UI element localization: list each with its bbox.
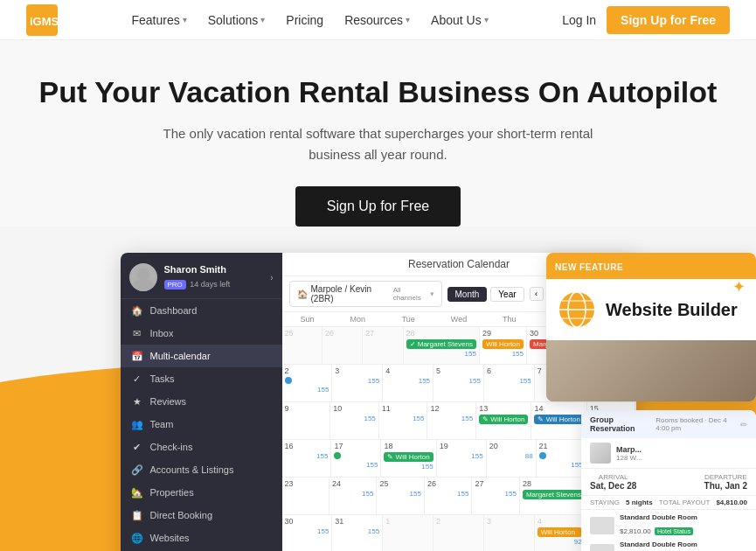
sidebar-item-accounts[interactable]: 🔗 Accounts & Listings — [121, 458, 282, 481]
sidebar-item-label: Properties — [150, 487, 194, 498]
pro-badge: PRO — [164, 280, 186, 289]
table-row[interactable]: 3155 — [332, 365, 383, 401]
nav-features[interactable]: Features ▾ — [132, 13, 187, 27]
sidebar-item-team[interactable]: 👥 Team — [121, 413, 282, 436]
login-button[interactable]: Log In — [562, 13, 596, 27]
event-bar[interactable]: ✎ Will Horton — [384, 452, 433, 462]
table-row[interactable]: 18 ✎ Will Horton 155 — [381, 440, 436, 477]
table-row[interactable]: 16155 — [282, 440, 332, 477]
feature-card: NEW FEATURE Website Builder ✦ — [546, 253, 756, 401]
table-row[interactable]: 9 — [282, 402, 331, 439]
nav-links: Features ▾ Solutions ▾ Pricing Resources… — [132, 13, 489, 27]
table-row[interactable]: 19155 — [437, 440, 487, 477]
table-row[interactable]: 11155 — [379, 402, 428, 439]
sidebar-item-direct-booking[interactable]: 📋 Direct Booking — [121, 504, 282, 527]
table-row[interactable]: 14 ✎ Will Horton — [531, 402, 586, 439]
table-row[interactable]: 6155 — [484, 365, 535, 401]
table-row[interactable]: 29 Will Horton 155 — [480, 327, 527, 364]
nav-pricing[interactable]: Pricing — [286, 13, 323, 27]
reservation-property: Marp... 128 W... — [581, 438, 756, 469]
chevron-right-icon: › — [270, 273, 273, 282]
feature-title: Website Builder — [606, 300, 738, 320]
total-value: $4,810.00 — [716, 499, 747, 506]
table-row[interactable]: 28 ✓ Margaret Stevens 155 — [404, 327, 480, 364]
table-row[interactable]: 26 — [323, 327, 363, 364]
table-row[interactable]: 27 — [363, 327, 403, 364]
event-bar[interactable]: ✎ Will Horton — [534, 415, 583, 424]
event-bar[interactable]: ✎ Will Horton — [479, 415, 528, 424]
signup-button[interactable]: Sign Up for Free — [607, 6, 730, 34]
day-wed: Wed — [433, 312, 484, 326]
chevron-down-icon: ▾ — [406, 15, 410, 24]
sidebar-item-tasks[interactable]: ✓ Tasks — [121, 367, 282, 390]
table-row[interactable]: 27155 — [472, 478, 519, 514]
table-row[interactable]: 5155 — [433, 365, 484, 401]
day-thu: Thu — [484, 312, 535, 326]
booking-icon: 📋 — [131, 509, 143, 521]
event-bar[interactable]: ✓ Margaret Stevens — [406, 339, 476, 349]
room-list: Standard Double Room $2,810.00 Hotel Sta… — [581, 510, 756, 551]
new-feature-badge: NEW FEATURE — [555, 262, 623, 272]
channels-label: All channels — [393, 286, 427, 302]
arrival-label: ARRIVAL — [590, 473, 636, 481]
nav-actions: Log In Sign Up for Free — [562, 6, 730, 34]
day-tue: Tue — [383, 312, 433, 326]
reservation-title: Group Reservation — [590, 415, 647, 433]
event-bar[interactable]: Will Horton — [482, 339, 524, 349]
checkins-icon: ✔ — [131, 441, 143, 453]
staying-value: 5 nights — [626, 499, 653, 506]
nav-resources[interactable]: Resources ▾ — [344, 13, 410, 27]
sidebar-item-multicalendar[interactable]: 📅 Multi-calendar — [121, 345, 282, 367]
sidebar-item-websites[interactable]: 🌐 Websites — [121, 527, 282, 549]
table-row[interactable]: 4 Will Horton 92 — [535, 515, 586, 551]
feature-room-image — [546, 340, 756, 401]
table-row[interactable]: 2088 — [487, 440, 537, 477]
table-row[interactable]: 4155 — [383, 365, 433, 401]
table-row[interactable]: 3 — [484, 515, 535, 551]
year-view-button[interactable]: Year — [490, 287, 524, 302]
sidebar-item-properties[interactable]: 🏡 Properties — [121, 481, 282, 504]
svg-point-2 — [137, 268, 149, 280]
table-row[interactable]: 25 — [282, 327, 323, 364]
table-row[interactable]: 25155 — [377, 478, 424, 514]
location-bar[interactable]: 🏠 Marpole / Kevin (2BR) All channels ▾ — [289, 281, 442, 307]
hero-cta-button[interactable]: Sign Up for Free — [295, 186, 461, 227]
table-row[interactable]: 31155 — [332, 515, 383, 551]
sidebar-item-checkins[interactable]: ✔ Check-ins — [121, 436, 282, 458]
table-row[interactable]: 24155 — [329, 478, 377, 514]
table-row[interactable]: 10155 — [330, 402, 379, 439]
sidebar-item-inbox[interactable]: ✉ Inbox — [121, 322, 282, 345]
chevron-down-icon: ▾ — [183, 15, 187, 24]
table-row[interactable]: 30155 — [282, 515, 333, 551]
table-row[interactable]: 26155 — [425, 478, 472, 514]
sidebar-item-label: Accounts & Listings — [150, 464, 234, 475]
dropdown-icon: ▾ — [430, 289, 434, 298]
event-bar[interactable]: Will Horton — [538, 527, 582, 537]
prev-month-button[interactable]: ‹ — [530, 287, 544, 301]
nav-solutions[interactable]: Solutions ▾ — [208, 13, 266, 27]
reservation-stats: STAYING 5 nights TOTAL PAYOUT $4,810.00 — [581, 496, 756, 510]
sidebar-item-reviews[interactable]: ★ Reviews — [121, 390, 282, 413]
table-row[interactable]: 13 ✎ Will Horton — [476, 402, 531, 439]
table-row[interactable]: 21 155 — [537, 440, 586, 477]
room-badge: Hotel Status — [655, 527, 693, 535]
table-row[interactable]: 17 155 — [331, 440, 381, 477]
svg-text:iGMS: iGMS — [30, 15, 58, 28]
properties-icon: 🏡 — [131, 486, 143, 499]
nav-about[interactable]: About Us ▾ — [431, 13, 489, 27]
event-bar[interactable]: Margaret Stevens — [523, 490, 585, 499]
calendar-icon: 📅 — [131, 350, 143, 362]
sidebar-item-label: Tasks — [150, 373, 175, 384]
table-row[interactable]: 28 Margaret Stevens — [520, 478, 588, 514]
table-row[interactable]: 2 155 — [282, 365, 333, 401]
sidebar-item-dashboard[interactable]: 🏠 Dashboard — [121, 299, 282, 322]
table-row[interactable]: 2 — [433, 515, 484, 551]
edit-icon[interactable]: ✏ — [740, 420, 747, 429]
trial-days: 14 days left — [190, 280, 230, 289]
month-view-button[interactable]: Month — [447, 287, 488, 302]
table-row[interactable]: 1 — [383, 515, 433, 551]
property-name: Marp... — [616, 445, 642, 454]
profile-info: Sharon Smith PRO 14 days left — [164, 264, 231, 290]
table-row[interactable]: 12155 — [427, 402, 476, 439]
table-row[interactable]: 23 — [282, 478, 329, 514]
